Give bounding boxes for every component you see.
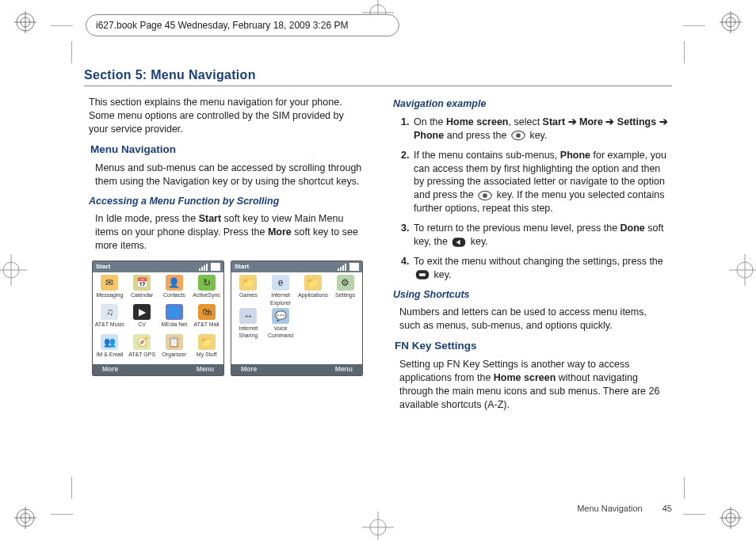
signal-battery-icons	[199, 263, 220, 271]
screenshot-grid-2: 📁GameseInternet Explorer📁Applications⚙Se…	[231, 272, 362, 364]
svg-rect-34	[419, 274, 426, 276]
app-icon: 📁My Stuff	[191, 334, 222, 362]
screenshot-softbar: More Menu	[231, 364, 362, 375]
crop-tick	[51, 25, 73, 26]
registration-mark-bottom-left	[14, 507, 36, 529]
shortcuts-paragraph: Numbers and letters can be used to acces…	[399, 306, 667, 333]
home-key-icon	[415, 269, 430, 280]
heading-navigation-example: Navigation example	[393, 97, 672, 111]
softkey-right: Menu	[197, 365, 214, 374]
center-mark-right	[729, 254, 756, 286]
page-header-text: i627.book Page 45 Wednesday, February 18…	[96, 20, 348, 31]
heading-accessing-scrolling: Accessing a Menu Function by Scrolling	[89, 195, 368, 208]
app-icon: 👥IM & Email	[94, 334, 125, 362]
heading-using-shortcuts: Using Shortcuts	[393, 288, 672, 302]
app-icon: ♫AT&T Music	[94, 304, 125, 332]
ok-key-icon	[511, 130, 525, 141]
page-header-bar: i627.book Page 45 Wednesday, February 18…	[86, 14, 399, 36]
softkey-right: Menu	[335, 365, 353, 374]
app-icon: ↔Internet Sharing	[233, 308, 264, 340]
softkey-left: More	[241, 365, 257, 374]
center-mark-bottom	[362, 511, 394, 540]
left-column: This section explains the menu navigatio…	[84, 93, 368, 418]
crop-tick	[71, 41, 72, 63]
phone-screenshots: Start ✉Messaging📅Calendar👤Contacts↻Activ…	[92, 260, 368, 376]
navigation-steps: On the Home screen, select Start ➔ More …	[412, 116, 672, 282]
step-4: To exit the menu without changing the se…	[412, 255, 672, 282]
signal-battery-icons	[338, 263, 359, 271]
intro-paragraph: This section explains the menu navigatio…	[89, 96, 363, 136]
app-icon: ✉Messaging	[94, 275, 125, 302]
app-icon: ⚙Settings	[330, 275, 361, 306]
phone-screenshot-1: Start ✉Messaging📅Calendar👤Contacts↻Activ…	[92, 260, 224, 376]
registration-mark-bottom-right	[720, 507, 742, 529]
app-icon: ▶CV	[127, 304, 158, 332]
screenshot-grid-1: ✉Messaging📅Calendar👤Contacts↻ActiveSync♫…	[93, 272, 223, 364]
step-1: On the Home screen, select Start ➔ More …	[412, 116, 672, 143]
heading-fn-key-settings: FN Key Settings	[395, 339, 672, 353]
crop-tick	[683, 514, 705, 515]
app-icon: 👤Contacts	[159, 275, 190, 302]
app-icon: 📁Applications	[298, 275, 329, 306]
crop-tick	[684, 41, 685, 63]
step-2: If the menu contains sub-menus, Phone fo…	[412, 149, 672, 215]
app-icon: 💬Voice Command	[265, 308, 296, 340]
app-icon: eInternet Explorer	[265, 275, 296, 306]
app-icon: ↻ActiveSync	[191, 275, 222, 302]
crop-tick	[71, 477, 72, 499]
phone-screenshot-2: Start 📁GameseInternet Explorer📁Applicati…	[231, 260, 363, 376]
page-number: 45	[662, 504, 672, 513]
app-icon: 📅Calendar	[127, 275, 158, 302]
screenshot-statusbar: Start	[231, 261, 362, 272]
app-icon: 🧭AT&T GPS	[127, 334, 158, 362]
accessing-paragraph: In Idle mode, press the Start soft key t…	[95, 212, 363, 253]
app-icon: 🛍AT&T Mall	[191, 304, 222, 332]
app-icon: 📋Organizer	[159, 334, 190, 362]
crop-tick	[683, 25, 705, 26]
page-content: Section 5: Menu Navigation This section …	[84, 68, 672, 492]
center-mark-left	[0, 254, 27, 286]
statusbar-title: Start	[96, 263, 110, 272]
footer-label: Menu Navigation	[577, 504, 643, 513]
app-icon: 🌐MEdia Net	[159, 304, 190, 332]
svg-point-29	[516, 134, 521, 139]
screenshot-statusbar: Start	[93, 261, 223, 272]
back-key-icon	[452, 237, 466, 248]
ok-key-icon	[478, 190, 492, 201]
screenshot-softbar: More Menu	[93, 364, 223, 375]
right-column: Navigation example On the Home screen, s…	[388, 93, 672, 418]
app-icon: 📁Games	[233, 275, 264, 306]
crop-tick	[51, 514, 73, 515]
fn-key-paragraph: Setting up FN Key Settings is another wa…	[399, 358, 667, 412]
section-title: Section 5: Menu Navigation	[84, 68, 672, 86]
softkey-left: More	[102, 365, 118, 374]
svg-point-31	[483, 193, 487, 198]
heading-menu-navigation: Menu Navigation	[90, 143, 368, 157]
menu-navigation-paragraph: Menus and sub-menus can be accessed by s…	[95, 162, 363, 188]
step-3: To return to the previous menu level, pr…	[412, 222, 672, 249]
crop-tick	[684, 477, 685, 499]
registration-mark-top-right	[720, 11, 742, 33]
page-footer: Menu Navigation 45	[577, 504, 672, 513]
statusbar-title: Start	[235, 263, 249, 272]
registration-mark-top-left	[14, 11, 36, 33]
